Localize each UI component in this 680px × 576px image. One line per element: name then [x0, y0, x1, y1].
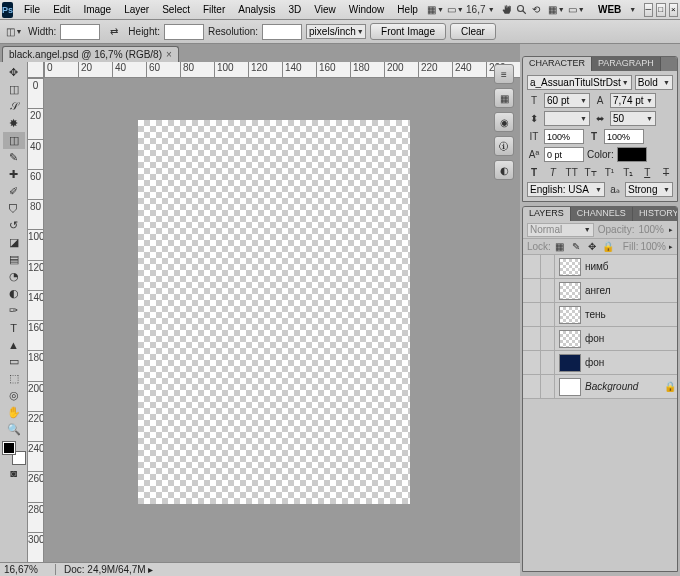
menu-filter[interactable]: Filter [197, 2, 231, 17]
path-select-tool[interactable]: ▲ [3, 336, 25, 353]
ruler-origin[interactable] [28, 62, 44, 78]
maximize-button[interactable]: □ [656, 3, 666, 17]
vscale-input[interactable] [544, 129, 584, 144]
lasso-tool[interactable]: 𝒮 [3, 98, 25, 115]
lock-position-icon[interactable]: ✎ [569, 240, 583, 254]
text-color-swatch[interactable] [617, 147, 647, 162]
adjustments-panel-icon[interactable]: ◐ [494, 160, 514, 180]
crop-tool-preset-icon[interactable]: ◫▼ [5, 23, 23, 41]
zoom-level-field[interactable]: 16,7 [467, 1, 485, 19]
layer-name[interactable]: тень [585, 309, 677, 320]
view-extras-icon[interactable]: ▭▼ [447, 1, 464, 19]
allcaps-icon[interactable]: TT [565, 165, 579, 179]
tab-layers[interactable]: LAYERS [523, 207, 571, 221]
type-tool[interactable]: T [3, 319, 25, 336]
history-panel-icon[interactable]: ≡ [494, 64, 514, 84]
document-tab[interactable]: black.angel.psd @ 16,7% (RGB/8) × [2, 46, 179, 62]
3d-tool[interactable]: ⬚ [3, 370, 25, 387]
canvas-viewport[interactable] [44, 78, 520, 562]
menu-window[interactable]: Window [343, 2, 391, 17]
launch-bridge-icon[interactable]: ▦▼ [427, 1, 444, 19]
tracking-select[interactable]: 50▼ [610, 111, 656, 126]
color-panel-icon[interactable]: ◉ [494, 112, 514, 132]
quick-select-tool[interactable]: ✸ [3, 115, 25, 132]
layer-name[interactable]: фон [585, 333, 677, 344]
baseline-input[interactable] [544, 147, 584, 162]
front-image-button[interactable]: Front Image [370, 23, 446, 40]
fill-value[interactable]: 100% [640, 241, 666, 252]
foreground-swatch[interactable] [3, 442, 15, 454]
menu-view[interactable]: View [308, 2, 342, 17]
crop-tool[interactable]: ◫ [3, 132, 25, 149]
menu-layer[interactable]: Layer [118, 2, 155, 17]
layer-thumbnail[interactable] [559, 378, 581, 396]
visibility-toggle[interactable] [523, 375, 541, 399]
arrange-icon[interactable]: ▦▼ [548, 1, 565, 19]
visibility-toggle[interactable] [523, 255, 541, 279]
layer-name[interactable]: ангел [585, 285, 677, 296]
info-panel-icon[interactable]: 🛈 [494, 136, 514, 156]
visibility-toggle[interactable] [523, 303, 541, 327]
healing-tool[interactable]: ✚ [3, 166, 25, 183]
leading-select[interactable]: 7,74 pt▼ [610, 93, 656, 108]
tab-channels[interactable]: CHANNELS [571, 207, 633, 221]
dodge-tool[interactable]: ◐ [3, 285, 25, 302]
layer-thumbnail[interactable] [559, 354, 581, 372]
hand-tool[interactable]: ✋ [3, 404, 25, 421]
layer-row[interactable]: нимб [523, 255, 677, 279]
tab-history[interactable]: HISTORY [633, 207, 678, 221]
smallcaps-icon[interactable]: Tᴛ [584, 165, 598, 179]
layer-name[interactable]: нимб [585, 261, 677, 272]
blend-mode-select[interactable]: Normal▼ [527, 223, 594, 237]
opacity-value[interactable]: 100% [638, 224, 664, 235]
swap-icon[interactable]: ⇄ [105, 23, 123, 41]
layer-name[interactable]: фон [585, 357, 677, 368]
menu-select[interactable]: Select [156, 2, 196, 17]
close-button[interactable]: × [669, 3, 679, 17]
close-tab-icon[interactable]: × [166, 49, 172, 60]
font-size-select[interactable]: 60 pt▼ [544, 93, 590, 108]
ruler-horizontal[interactable]: 020406080100120140160180200220240260 [44, 62, 520, 78]
minimize-button[interactable]: ─ [644, 3, 654, 17]
layer-row[interactable]: фон [523, 351, 677, 375]
hand-icon[interactable] [501, 1, 513, 19]
swatches-panel-icon[interactable]: ▦ [494, 88, 514, 108]
pen-tool[interactable]: ✑ [3, 302, 25, 319]
clear-button[interactable]: Clear [450, 23, 496, 40]
zoom-field[interactable]: 16,67% [0, 564, 56, 575]
quick-mask-toggle[interactable]: ◙ [3, 464, 25, 481]
move-tool[interactable]: ✥ [3, 64, 25, 81]
language-select[interactable]: English: USA▼ [527, 182, 605, 197]
subscript-icon[interactable]: T₁ [621, 165, 635, 179]
faux-italic-icon[interactable]: T [546, 165, 560, 179]
width-input[interactable] [60, 24, 100, 40]
eraser-tool[interactable]: ◪ [3, 234, 25, 251]
brush-tool[interactable]: ✐ [3, 183, 25, 200]
layer-thumbnail[interactable] [559, 306, 581, 324]
workspace-switcher[interactable]: WEB [592, 2, 627, 17]
menu-help[interactable]: Help [391, 2, 424, 17]
layer-row[interactable]: тень [523, 303, 677, 327]
layer-thumbnail[interactable] [559, 282, 581, 300]
hscale-input[interactable] [604, 129, 644, 144]
zoom-tool[interactable]: 🔍 [3, 421, 25, 438]
ruler-vertical[interactable]: 0204060801001201401601802002202402602803… [28, 78, 44, 562]
document-canvas[interactable] [138, 120, 410, 504]
menu-file[interactable]: File [18, 2, 46, 17]
antialias-select[interactable]: Strong▼ [625, 182, 673, 197]
font-weight-select[interactable]: Bold▼ [635, 75, 673, 90]
menu-edit[interactable]: Edit [47, 2, 76, 17]
kerning-select[interactable]: ▼ [544, 111, 590, 126]
strikethrough-icon[interactable]: T [659, 165, 673, 179]
layer-row[interactable]: Background🔒 [523, 375, 677, 399]
3d-camera-tool[interactable]: ◎ [3, 387, 25, 404]
underline-icon[interactable]: T [640, 165, 654, 179]
menu-analysis[interactable]: Analysis [232, 2, 281, 17]
color-swatches[interactable] [3, 442, 25, 464]
superscript-icon[interactable]: T¹ [603, 165, 617, 179]
resolution-input[interactable] [262, 24, 302, 40]
tab-paragraph[interactable]: PARAGRAPH [592, 57, 661, 71]
shape-tool[interactable]: ▭ [3, 353, 25, 370]
visibility-toggle[interactable] [523, 279, 541, 303]
layer-thumbnail[interactable] [559, 258, 581, 276]
